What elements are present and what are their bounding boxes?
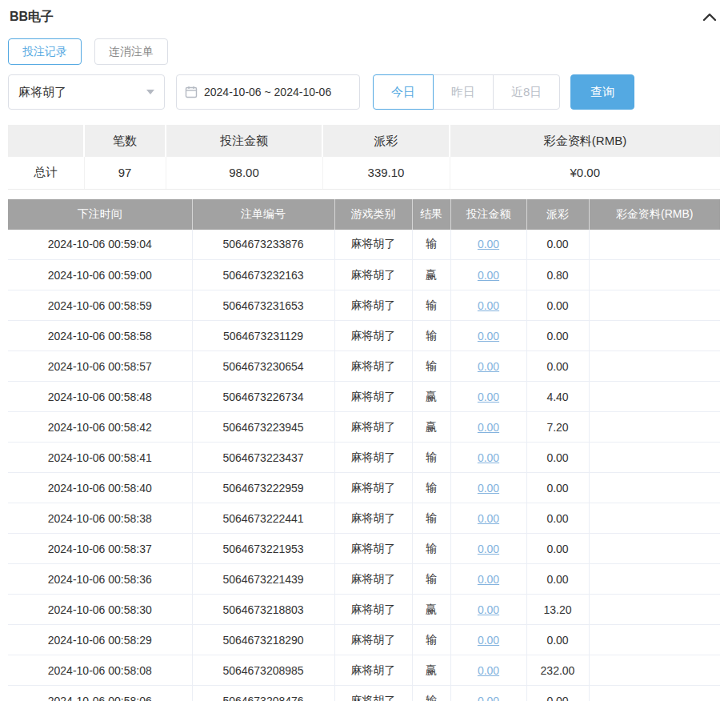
collapse-toggle-button[interactable] [701, 10, 718, 23]
summary-header-row: 笔数 投注金额 派彩 彩金资料(RMB) [8, 125, 720, 157]
col-game-type: 游戏类别 [334, 199, 412, 230]
payout-cell: 0.00 [526, 534, 589, 564]
tab-bet-records[interactable]: 投注记录 [8, 38, 82, 65]
bet-time-cell: 2024-10-06 00:58:29 [8, 625, 192, 655]
jackpot-cell [589, 473, 720, 503]
order-id-cell: 5064673208476 [192, 686, 334, 701]
last-8-days-button[interactable]: 近8日 [493, 74, 560, 110]
result-cell: 输 [412, 230, 450, 260]
table-row: 2024-10-06 00:58:375064673221953麻将胡了输0.0… [8, 534, 720, 564]
jackpot-cell [589, 321, 720, 351]
date-range-value: 2024-10-06 ~ 2024-10-06 [204, 86, 331, 98]
bet-amount-cell: 0.00 [450, 595, 526, 625]
jackpot-cell [589, 564, 720, 595]
game-type-select[interactable]: 麻将胡了 [8, 74, 165, 110]
jackpot-cell [589, 260, 720, 290]
order-id-cell: 5064673232163 [192, 260, 334, 290]
order-id-cell: 5064673221439 [192, 564, 334, 595]
bet-amount-link[interactable]: 0.00 [478, 603, 499, 616]
bet-amount-link[interactable]: 0.00 [478, 695, 499, 701]
order-id-cell: 5064673223437 [192, 443, 334, 473]
summary-total-count: 97 [84, 157, 166, 189]
bet-time-cell: 2024-10-06 00:58:42 [8, 412, 192, 443]
bet-time-cell: 2024-10-06 00:58:41 [8, 443, 192, 473]
payout-cell: 7.20 [526, 412, 589, 443]
bet-amount-link[interactable]: 0.00 [478, 634, 499, 647]
bet-table-header-row: 下注时间 注单编号 游戏类别 结果 投注金额 派彩 彩金资料(RMB) [8, 199, 720, 230]
result-cell: 输 [412, 625, 450, 655]
order-id-cell: 5064673233876 [192, 230, 334, 260]
payout-cell: 13.20 [526, 595, 589, 625]
table-row: 2024-10-06 00:58:485064673226734麻将胡了赢0.0… [8, 382, 720, 412]
table-row: 2024-10-06 00:58:575064673230654麻将胡了输0.0… [8, 351, 720, 382]
table-row: 2024-10-06 00:59:045064673233876麻将胡了输0.0… [8, 230, 720, 260]
summary-total-label: 总计 [8, 157, 84, 189]
date-range-input[interactable]: 2024-10-06 ~ 2024-10-06 [176, 74, 360, 110]
bet-amount-cell: 0.00 [450, 503, 526, 534]
order-id-cell: 5064673231129 [192, 321, 334, 351]
bet-amount-cell: 0.00 [450, 625, 526, 655]
query-button[interactable]: 查询 [570, 74, 634, 110]
jackpot-cell [589, 534, 720, 564]
jackpot-cell [589, 595, 720, 625]
bet-time-cell: 2024-10-06 00:58:30 [8, 595, 192, 625]
bet-amount-link[interactable]: 0.00 [478, 360, 499, 373]
payout-cell: 0.00 [526, 625, 589, 655]
result-cell: 赢 [412, 595, 450, 625]
bet-table-body: 2024-10-06 00:59:045064673233876麻将胡了输0.0… [8, 230, 720, 701]
game-type-cell: 麻将胡了 [334, 625, 412, 655]
table-row: 2024-10-06 00:58:385064673222441麻将胡了输0.0… [8, 503, 720, 534]
game-type-cell: 麻将胡了 [334, 412, 412, 443]
result-cell: 输 [412, 321, 450, 351]
col-result: 结果 [412, 199, 450, 230]
game-type-cell: 麻将胡了 [334, 564, 412, 595]
payout-cell: 0.00 [526, 230, 589, 260]
bet-amount-cell: 0.00 [450, 382, 526, 412]
bet-amount-link[interactable]: 0.00 [478, 299, 499, 312]
payout-cell: 232.00 [526, 655, 589, 686]
order-id-cell: 5064673231653 [192, 290, 334, 321]
game-type-cell: 麻将胡了 [334, 655, 412, 686]
result-cell: 输 [412, 290, 450, 321]
game-type-cell: 麻将胡了 [334, 382, 412, 412]
result-cell: 输 [412, 686, 450, 701]
bet-amount-link[interactable]: 0.00 [478, 421, 499, 434]
bet-amount-link[interactable]: 0.00 [478, 573, 499, 586]
summary-col-count: 笔数 [84, 125, 166, 157]
bet-amount-link[interactable]: 0.00 [478, 482, 499, 495]
payout-cell: 0.80 [526, 260, 589, 290]
bet-amount-link[interactable]: 0.00 [478, 512, 499, 525]
bet-time-cell: 2024-10-06 00:58:06 [8, 686, 192, 701]
bet-amount-link[interactable]: 0.00 [478, 391, 499, 403]
bet-amount-link[interactable]: 0.00 [478, 330, 499, 342]
summary-col-bet-amount: 投注金额 [166, 125, 322, 157]
table-row: 2024-10-06 00:58:085064673208985麻将胡了赢0.0… [8, 655, 720, 686]
result-cell: 输 [412, 473, 450, 503]
bet-amount-cell: 0.00 [450, 655, 526, 686]
bet-time-cell: 2024-10-06 00:58:08 [8, 655, 192, 686]
bet-amount-link[interactable]: 0.00 [478, 664, 499, 677]
today-button[interactable]: 今日 [373, 74, 434, 110]
game-type-cell: 麻将胡了 [334, 473, 412, 503]
bet-amount-link[interactable]: 0.00 [478, 451, 499, 464]
bet-time-cell: 2024-10-06 00:58:40 [8, 473, 192, 503]
game-type-select-value: 麻将胡了 [18, 85, 66, 100]
summary-col-payout: 派彩 [322, 125, 450, 157]
payout-cell: 0.00 [526, 686, 589, 701]
tab-cancelled-orders[interactable]: 连消注单 [94, 38, 168, 65]
bet-time-cell: 2024-10-06 00:58:48 [8, 382, 192, 412]
order-id-cell: 5064673208985 [192, 655, 334, 686]
yesterday-button[interactable]: 昨日 [433, 74, 494, 110]
bet-amount-link[interactable]: 0.00 [478, 543, 499, 555]
order-id-cell: 5064673218803 [192, 595, 334, 625]
game-type-cell: 麻将胡了 [334, 321, 412, 351]
bet-amount-cell: 0.00 [450, 351, 526, 382]
bet-amount-link[interactable]: 0.00 [478, 238, 499, 250]
payout-cell: 4.40 [526, 382, 589, 412]
bet-amount-link[interactable]: 0.00 [478, 269, 499, 282]
date-quick-buttons: 今日 昨日 近8日 [373, 74, 560, 110]
bet-time-cell: 2024-10-06 00:58:37 [8, 534, 192, 564]
calendar-icon [185, 86, 198, 98]
result-cell: 赢 [412, 412, 450, 443]
bet-amount-cell: 0.00 [450, 473, 526, 503]
